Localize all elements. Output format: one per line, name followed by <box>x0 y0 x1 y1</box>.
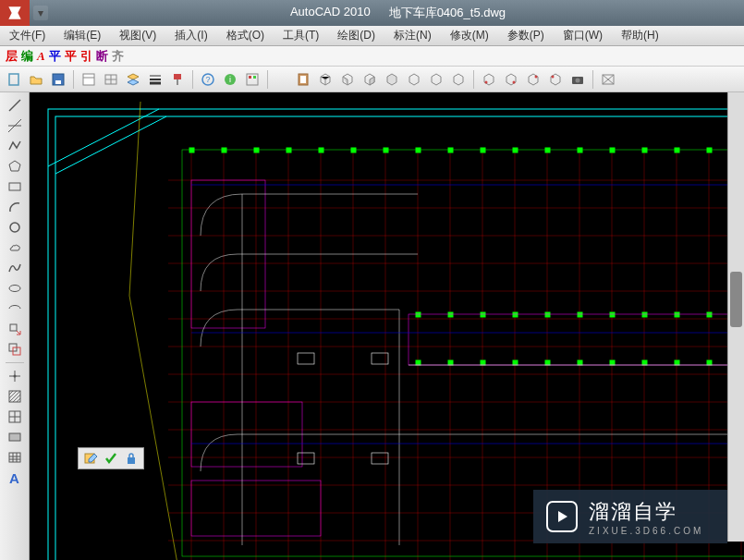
view-cube-side[interactable] <box>360 69 380 90</box>
watermark-url: ZIXUE.3D66.COM <box>589 526 703 536</box>
svg-rect-126 <box>409 314 744 365</box>
spline-tool[interactable] <box>4 259 26 277</box>
layers-button[interactable] <box>123 69 143 90</box>
menu-dimension[interactable]: 标注(N) <box>384 26 441 45</box>
svg-rect-88 <box>254 148 259 152</box>
express-lead-button[interactable]: 引 <box>79 48 94 65</box>
rectangle-tool[interactable] <box>4 177 26 196</box>
titlebar: ▾ AutoCAD 2010 地下车库0406_t5.dwg <box>0 0 744 26</box>
view-cube-iso2[interactable] <box>404 69 424 90</box>
arc-tool[interactable] <box>4 198 26 216</box>
menu-tools[interactable]: 工具(T) <box>274 26 328 45</box>
menu-insert[interactable]: 插入(I) <box>165 26 216 45</box>
menu-format[interactable]: 格式(O) <box>217 26 274 45</box>
menu-edit[interactable]: 编辑(E) <box>55 26 110 45</box>
menu-file[interactable]: 文件(F) <box>0 26 55 45</box>
vertical-scrollbar[interactable] <box>727 92 744 542</box>
menu-help[interactable]: 帮助(H) <box>612 26 668 45</box>
svg-rect-98 <box>578 148 582 152</box>
quick-access-toolbar: ▾ <box>30 6 52 20</box>
save-button[interactable] <box>48 69 68 90</box>
circle-tool[interactable] <box>4 218 26 237</box>
menu-view[interactable]: 视图(V) <box>110 26 165 45</box>
in-place-editor[interactable] <box>78 447 144 469</box>
open-button[interactable] <box>26 69 46 90</box>
view-cube-iso4[interactable] <box>448 69 469 90</box>
edit-accept-icon[interactable] <box>103 450 119 467</box>
express-flat2-button[interactable]: 平 <box>63 48 79 65</box>
express-edit-button[interactable]: 编 <box>19 48 35 65</box>
svg-rect-32 <box>9 183 20 190</box>
svg-rect-93 <box>416 148 421 152</box>
menu-modify[interactable]: 修改(M) <box>441 26 498 45</box>
qat-dropdown-icon[interactable]: ▾ <box>33 6 48 20</box>
polygon-tool[interactable] <box>4 157 26 176</box>
separator <box>473 70 474 89</box>
express-break-button[interactable]: 断 <box>94 48 110 65</box>
help-button[interactable]: ? <box>198 69 218 90</box>
new-button[interactable] <box>4 69 24 90</box>
polyline-tool[interactable] <box>4 137 26 155</box>
view-se-iso[interactable] <box>501 69 521 90</box>
svg-rect-92 <box>384 148 388 152</box>
edit-book-icon[interactable] <box>82 450 99 467</box>
app-menu-button[interactable] <box>0 0 30 26</box>
view-nw-iso[interactable] <box>545 69 566 90</box>
app-name: AutoCAD 2010 <box>290 5 371 21</box>
ellipse-arc-tool[interactable] <box>4 299 26 318</box>
table-button[interactable] <box>101 69 121 90</box>
svg-text:?: ? <box>205 75 210 84</box>
svg-rect-133 <box>298 353 314 364</box>
revcloud-tool[interactable] <box>4 238 26 257</box>
view-cube-front[interactable] <box>337 69 358 90</box>
express-align-button[interactable]: 齐 <box>110 48 126 65</box>
workspace: A <box>0 92 744 560</box>
svg-rect-89 <box>287 148 291 152</box>
edit-lock-icon[interactable] <box>123 450 140 467</box>
menu-window[interactable]: 窗口(W) <box>554 26 612 45</box>
point-tool[interactable] <box>4 367 26 385</box>
express-flat-button[interactable]: 平 <box>47 48 63 65</box>
drawing-canvas[interactable]: 溜溜自学 ZIXUE.3D66.COM <box>30 92 744 560</box>
insert-block-tool[interactable] <box>4 320 26 338</box>
make-block-tool[interactable] <box>4 340 26 359</box>
paste-button[interactable] <box>293 69 313 90</box>
svg-rect-104 <box>416 312 421 317</box>
svg-rect-107 <box>513 312 518 317</box>
svg-line-29 <box>9 100 20 111</box>
scrollbar-thumb[interactable] <box>730 272 742 327</box>
named-views-button[interactable] <box>598 69 618 90</box>
info-button[interactable]: i <box>220 69 240 90</box>
view-cube-iso3[interactable] <box>426 69 446 90</box>
gradient-tool[interactable] <box>4 408 26 426</box>
view-ne-iso[interactable] <box>523 69 543 90</box>
view-cube-iso1[interactable] <box>382 69 402 90</box>
lineweight-button[interactable] <box>145 69 165 90</box>
construction-line-tool[interactable] <box>4 116 26 135</box>
express-layer-button[interactable]: 层 <box>4 48 19 65</box>
sheet-button[interactable] <box>79 69 99 90</box>
express-a-button[interactable]: A <box>35 49 47 64</box>
table-tool[interactable] <box>4 448 26 467</box>
standard-toolbar: ? i <box>0 67 744 92</box>
hatch-tool[interactable] <box>4 387 26 406</box>
svg-point-33 <box>10 223 19 232</box>
svg-rect-99 <box>610 148 615 152</box>
camera-button[interactable] <box>567 69 588 90</box>
ellipse-tool[interactable] <box>4 279 26 298</box>
menu-parametric[interactable]: 参数(P) <box>498 26 554 45</box>
svg-rect-134 <box>372 353 388 364</box>
svg-rect-90 <box>319 148 323 152</box>
text-tool[interactable]: A <box>4 469 26 487</box>
region-tool[interactable] <box>4 428 26 446</box>
line-tool[interactable] <box>4 96 26 115</box>
paint-button[interactable] <box>167 69 188 90</box>
properties-button[interactable] <box>242 69 262 90</box>
view-sw-iso[interactable] <box>479 69 499 90</box>
separator <box>267 70 268 89</box>
svg-rect-95 <box>481 148 485 152</box>
menu-draw[interactable]: 绘图(D) <box>328 26 384 45</box>
window-title: AutoCAD 2010 地下车库0406_t5.dwg <box>52 5 744 21</box>
view-cube-top[interactable] <box>315 69 335 90</box>
svg-rect-116 <box>448 360 453 365</box>
